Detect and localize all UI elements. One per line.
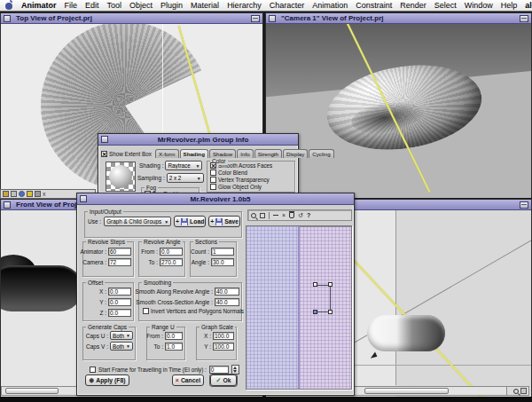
- menu-item-tool[interactable]: Tool: [107, 0, 122, 11]
- angle-to-field[interactable]: [160, 258, 183, 266]
- travel-frame-field[interactable]: [209, 366, 229, 374]
- menu-item-constraint[interactable]: Constraint: [356, 0, 392, 11]
- tab-strength[interactable]: Strength: [254, 149, 282, 158]
- profile-handle[interactable]: [313, 282, 317, 287]
- color-option-vertex[interactable]: Vertex Transparency: [210, 177, 294, 183]
- profile-graph[interactable]: [246, 225, 352, 390]
- range-to-field[interactable]: [165, 343, 183, 351]
- smooth-cross-field[interactable]: [215, 298, 239, 306]
- animator-steps-field[interactable]: [108, 248, 131, 256]
- invert-normals[interactable]: Invert Vertices and Polygons Normals: [143, 308, 241, 314]
- resize-grip-icon[interactable]: [520, 388, 527, 394]
- apply-button[interactable]: ⊕ Apply (F8): [85, 374, 129, 386]
- checkbox-icon[interactable]: [143, 308, 149, 314]
- color-option-glow[interactable]: Glow Object Only: [210, 184, 294, 190]
- angle-from-field[interactable]: [160, 248, 183, 256]
- apple-menu-icon[interactable]: [5, 1, 13, 10]
- load-button[interactable]: + Load: [174, 216, 206, 227]
- delete-point-icon[interactable]: ×: [282, 211, 286, 220]
- scrollbar-thumb[interactable]: [5, 388, 59, 394]
- menu-item-character[interactable]: Character: [270, 0, 305, 11]
- profile-handle-selected[interactable]: [313, 310, 317, 314]
- checkbox-icon[interactable]: [210, 184, 216, 190]
- group-info-titlebar[interactable]: MrRevolver.plm Group Info: [98, 134, 298, 146]
- magnifier-icon[interactable]: [251, 213, 256, 218]
- menu-item-file[interactable]: File: [65, 0, 78, 11]
- magnifier-icon[interactable]: [513, 389, 519, 394]
- shading-dropdown[interactable]: Raytrace: [165, 161, 202, 170]
- graph-toolbar: × ↺ ?: [247, 209, 352, 221]
- menu-item-edit[interactable]: Edit: [85, 0, 99, 11]
- close-box-icon[interactable]: [4, 15, 11, 22]
- checkbox-icon[interactable]: [101, 151, 107, 157]
- close-box-icon[interactable]: [80, 195, 87, 202]
- collapse-widget-icon[interactable]: [520, 201, 528, 209]
- cancel-button[interactable]: × Cancel: [172, 374, 204, 386]
- home-icon[interactable]: [27, 191, 33, 197]
- stepper-button[interactable]: [231, 365, 239, 374]
- menu-item-animator[interactable]: Animator: [21, 0, 57, 11]
- scale-x-field[interactable]: [213, 332, 234, 340]
- save-button[interactable]: + Save: [208, 216, 240, 227]
- help-icon[interactable]: ?: [307, 211, 310, 220]
- globe-icon[interactable]: [19, 191, 25, 197]
- menu-item-help[interactable]: Help: [501, 0, 518, 11]
- menu-item-render[interactable]: Render: [400, 0, 426, 11]
- top-view-titlebar[interactable]: Top View of Project.prj: [1, 13, 262, 24]
- travel-checkbox-icon[interactable]: [90, 367, 96, 373]
- close-box-icon[interactable]: [101, 136, 108, 143]
- sampling-dropdown[interactable]: 2 x 2: [167, 173, 204, 183]
- camera-viewport[interactable]: [266, 24, 531, 198]
- caps-v-dropdown[interactable]: Both: [110, 342, 133, 351]
- menu-item-object[interactable]: Object: [129, 0, 153, 11]
- scale-y-field[interactable]: [213, 343, 234, 351]
- caps-u-dropdown[interactable]: Both: [110, 331, 133, 340]
- show-extent-box[interactable]: Show Extent Box: [101, 151, 152, 157]
- close-box-icon[interactable]: [4, 201, 11, 209]
- profile-handle[interactable]: [328, 282, 332, 287]
- checkbox-icon[interactable]: [210, 169, 216, 176]
- menu-item-plugin[interactable]: Plugin: [160, 0, 183, 11]
- checkbox-icon[interactable]: [210, 162, 216, 169]
- profile-handle[interactable]: [328, 310, 332, 314]
- line-tool-icon[interactable]: [273, 215, 278, 216]
- camera-view-titlebar[interactable]: "Camera 1" View of Project.prj: [266, 13, 531, 24]
- tab-display[interactable]: Display: [283, 149, 308, 158]
- menu-item-animation[interactable]: Animation: [312, 0, 348, 11]
- use-dropdown[interactable]: Graph & Child Groups: [104, 217, 171, 226]
- offset-y-field[interactable]: [108, 298, 131, 306]
- offset-z-field[interactable]: [108, 309, 131, 317]
- tab-shadow[interactable]: Shadow: [209, 149, 236, 158]
- menu-user[interactable]: alonzovo: [525, 0, 532, 11]
- range-from-field[interactable]: [165, 332, 183, 340]
- marquee-icon[interactable]: [260, 213, 265, 218]
- strip-close-label[interactable]: x: [43, 190, 46, 198]
- menu-item-material[interactable]: Material: [191, 0, 219, 11]
- collapse-widget-icon[interactable]: [251, 15, 260, 22]
- offset-x-field[interactable]: [108, 288, 131, 296]
- menu-item-hierarchy[interactable]: Hierarchy: [227, 0, 262, 11]
- collapse-widget-icon[interactable]: [520, 15, 528, 22]
- sections-angle-field[interactable]: [211, 258, 234, 266]
- tab-info[interactable]: Info: [237, 149, 253, 158]
- pencil-icon[interactable]: [3, 191, 9, 197]
- smooth-along-field[interactable]: [215, 288, 239, 296]
- scrollbar-thumb[interactable]: [364, 388, 449, 394]
- menu-item-select[interactable]: Select: [434, 0, 457, 11]
- menu-item-window[interactable]: Window: [465, 0, 493, 11]
- close-box-icon[interactable]: [269, 15, 276, 22]
- tab-xform[interactable]: X-form: [155, 149, 179, 158]
- grid-icon[interactable]: [35, 191, 41, 197]
- tab-cycling[interactable]: Cycling: [309, 149, 333, 158]
- camera-steps-field[interactable]: [108, 258, 131, 266]
- ok-button[interactable]: ✓ Ok: [210, 374, 237, 386]
- undo-icon[interactable]: ↺: [298, 211, 303, 220]
- document-icon[interactable]: [11, 191, 17, 197]
- tab-shading[interactable]: Shading: [180, 149, 208, 158]
- checkbox-icon[interactable]: [210, 177, 216, 183]
- sections-count-field[interactable]: [211, 248, 234, 256]
- color-option-blend[interactable]: Color Blend: [210, 169, 294, 176]
- revolver-titlebar[interactable]: Mr.Revolver 1.0b5: [77, 193, 354, 205]
- trash-icon[interactable]: [289, 212, 294, 218]
- zoom-control[interactable]: [506, 386, 529, 396]
